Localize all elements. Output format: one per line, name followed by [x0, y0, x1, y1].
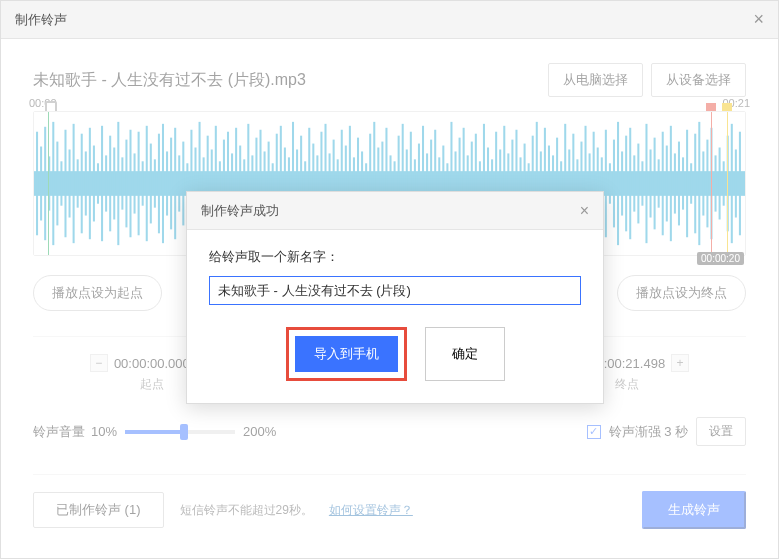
import-to-phone-button[interactable]: 导入到手机 [295, 336, 398, 372]
ringtone-name-input[interactable] [209, 276, 581, 305]
modal-label: 给铃声取一个新名字： [209, 248, 581, 266]
close-icon[interactable]: × [753, 9, 764, 30]
modal-ok-button[interactable]: 确定 [425, 327, 505, 381]
success-modal: 制作铃声成功 × 给铃声取一个新名字： 导入到手机 确定 [186, 191, 604, 404]
window-title: 制作铃声 [15, 11, 67, 29]
modal-title: 制作铃声成功 [201, 202, 279, 220]
highlight-box: 导入到手机 [286, 327, 407, 381]
modal-close-icon[interactable]: × [580, 202, 589, 220]
